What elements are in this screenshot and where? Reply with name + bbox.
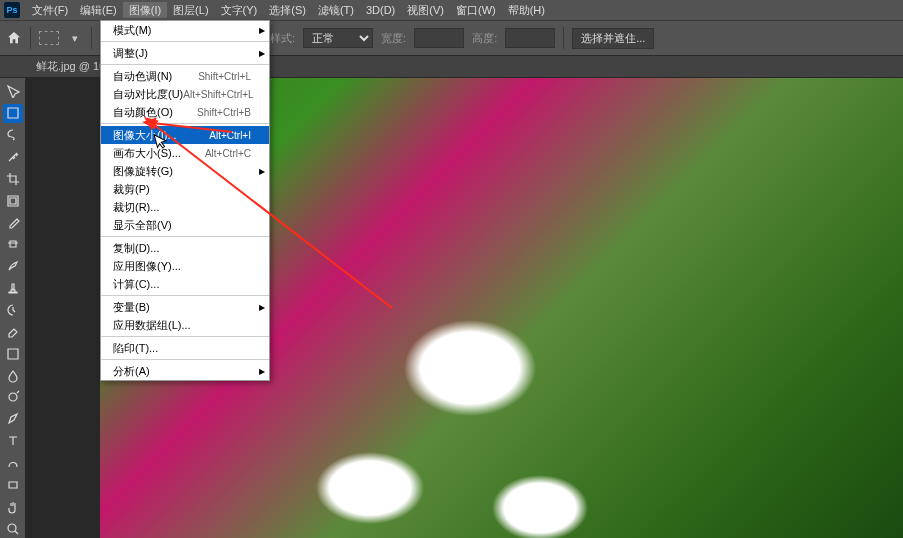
- dropdown-icon[interactable]: ▾: [67, 32, 83, 44]
- menu-item-变量B[interactable]: 变量(B)▶: [101, 298, 269, 316]
- menu-item-裁切R[interactable]: 裁切(R)...: [101, 198, 269, 216]
- menu-l[interactable]: 图层(L): [167, 2, 214, 18]
- menu-item-应用数据组L[interactable]: 应用数据组(L)...: [101, 316, 269, 334]
- stamp-tool[interactable]: [3, 279, 23, 298]
- select-and-mask-button[interactable]: 选择并遮住...: [572, 28, 654, 49]
- menu-v[interactable]: 视图(V): [401, 2, 450, 18]
- rect-tool[interactable]: [3, 475, 23, 494]
- menu-t[interactable]: 滤镜(T): [312, 2, 360, 18]
- eyedrop-tool[interactable]: [3, 213, 23, 232]
- marquee-indicator-icon[interactable]: [39, 31, 59, 45]
- dodge-tool[interactable]: [3, 388, 23, 407]
- app-logo: Ps: [4, 2, 20, 18]
- width-label: 宽度:: [381, 31, 406, 46]
- wand-tool[interactable]: [3, 148, 23, 167]
- height-label: 高度:: [472, 31, 497, 46]
- menu-s[interactable]: 选择(S): [263, 2, 312, 18]
- menu-h[interactable]: 帮助(H): [502, 2, 551, 18]
- menu-item-显示全部V[interactable]: 显示全部(V): [101, 216, 269, 234]
- type-tool[interactable]: [3, 432, 23, 451]
- history-tool[interactable]: [3, 301, 23, 320]
- style-label: 样式:: [270, 31, 295, 46]
- menu-w[interactable]: 窗口(W): [450, 2, 502, 18]
- patch-tool[interactable]: [3, 235, 23, 254]
- menu-item-调整J[interactable]: 调整(J)▶: [101, 44, 269, 62]
- marquee-tool[interactable]: [3, 104, 23, 123]
- move-tool[interactable]: [3, 82, 23, 101]
- menu-item-裁剪P[interactable]: 裁剪(P): [101, 180, 269, 198]
- menu-item-自动对比度U[interactable]: 自动对比度(U)Alt+Shift+Ctrl+L: [101, 85, 269, 103]
- pen-tool[interactable]: [3, 410, 23, 429]
- gradient-tool[interactable]: [3, 344, 23, 363]
- menu-i[interactable]: 图像(I): [123, 2, 167, 18]
- image-menu-dropdown: 模式(M)▶调整(J)▶自动色调(N)Shift+Ctrl+L自动对比度(U)A…: [100, 20, 270, 381]
- lasso-tool[interactable]: [3, 126, 23, 145]
- menu-item-图像旋转G[interactable]: 图像旋转(G)▶: [101, 162, 269, 180]
- menu-e[interactable]: 编辑(E): [74, 2, 123, 18]
- menu-item-自动色调N[interactable]: 自动色调(N)Shift+Ctrl+L: [101, 67, 269, 85]
- brush-tool[interactable]: [3, 257, 23, 276]
- menu-y[interactable]: 文字(Y): [215, 2, 264, 18]
- crop-tool[interactable]: [3, 169, 23, 188]
- menu-bar: Ps 文件(F)编辑(E)图像(I)图层(L)文字(Y)选择(S)滤镜(T)3D…: [0, 0, 903, 20]
- home-icon[interactable]: [6, 30, 22, 46]
- menu-item-应用图像Y[interactable]: 应用图像(Y)...: [101, 257, 269, 275]
- menu-item-自动颜色O[interactable]: 自动颜色(O)Shift+Ctrl+B: [101, 103, 269, 121]
- style-select[interactable]: 正常: [303, 28, 373, 48]
- menu-item-画布大小S[interactable]: 画布大小(S)...Alt+Ctrl+C: [101, 144, 269, 162]
- menu-item-分析A[interactable]: 分析(A)▶: [101, 362, 269, 380]
- hand-tool[interactable]: [3, 497, 23, 516]
- menu-dd[interactable]: 3D(D): [360, 2, 401, 18]
- blur-tool[interactable]: [3, 366, 23, 385]
- menu-item-计算C[interactable]: 计算(C)...: [101, 275, 269, 293]
- menu-item-图像大小I[interactable]: 图像大小(I)...Alt+Ctrl+I: [101, 126, 269, 144]
- width-input[interactable]: [414, 28, 464, 48]
- eraser-tool[interactable]: [3, 322, 23, 341]
- menu-item-模式M[interactable]: 模式(M)▶: [101, 21, 269, 39]
- menu-item-陷印T[interactable]: 陷印(T)...: [101, 339, 269, 357]
- path-tool[interactable]: [3, 454, 23, 473]
- tools-panel: [0, 78, 26, 538]
- frame-tool[interactable]: [3, 191, 23, 210]
- zoom-tool[interactable]: [3, 519, 23, 538]
- menu-f[interactable]: 文件(F): [26, 2, 74, 18]
- menu-item-复制D[interactable]: 复制(D)...: [101, 239, 269, 257]
- height-input[interactable]: [505, 28, 555, 48]
